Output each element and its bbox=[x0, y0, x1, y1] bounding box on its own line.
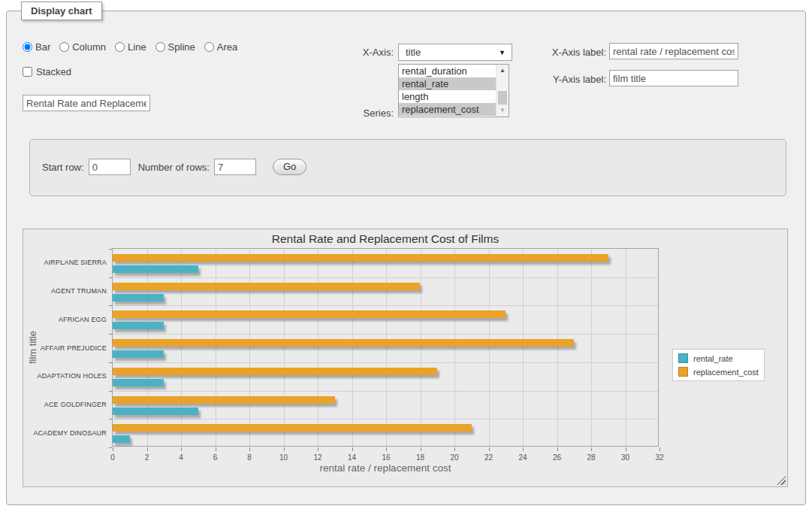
y-category-label: ACADEMY DINOSAUR bbox=[21, 429, 107, 437]
series-multiselect[interactable]: rental_durationrental_ratelengthreplacem… bbox=[398, 64, 509, 117]
chart-type-option-spline[interactable]: Spline bbox=[155, 41, 195, 53]
x-tick-mark bbox=[284, 447, 285, 451]
x-tick-label: 4 bbox=[168, 453, 195, 462]
x-tick-mark bbox=[454, 447, 455, 451]
y-category-label: ADAPTATION HOLES bbox=[21, 372, 107, 380]
gridline bbox=[523, 249, 524, 446]
gridline bbox=[147, 249, 148, 446]
chart-type-radio-bar[interactable] bbox=[23, 42, 32, 52]
go-button[interactable]: Go bbox=[273, 159, 306, 175]
x-tick-label: 18 bbox=[407, 453, 434, 462]
x-axis-select[interactable]: title ▼ bbox=[398, 44, 512, 61]
scroll-down-icon[interactable]: ▼ bbox=[497, 105, 509, 116]
y-axis-label-label: Y-Axis label: bbox=[531, 74, 606, 85]
gridline bbox=[318, 249, 318, 446]
stacked-label: Stacked bbox=[36, 66, 71, 77]
chart-type-label: Bar bbox=[35, 41, 50, 53]
gridline bbox=[249, 249, 250, 446]
x-tick-mark bbox=[147, 447, 148, 451]
scrollbar[interactable]: ▲ ▼ bbox=[496, 65, 509, 117]
start-row-label: Start row: bbox=[42, 162, 84, 173]
panel-title: Display chart bbox=[21, 2, 102, 20]
series-option-length[interactable]: length bbox=[399, 90, 496, 103]
gridline bbox=[113, 334, 658, 335]
stacked-option[interactable]: Stacked bbox=[23, 66, 71, 77]
chart-type-label: Area bbox=[217, 41, 237, 53]
chart-type-radio-spline[interactable] bbox=[155, 42, 165, 52]
y-axis-label-input[interactable] bbox=[609, 70, 738, 86]
legend-swatch bbox=[678, 353, 688, 363]
x-tick-label: 0 bbox=[99, 453, 126, 462]
y-tick-mark bbox=[109, 362, 112, 363]
resize-handle-icon[interactable] bbox=[777, 476, 786, 485]
y-category-label: AGENT TRUMAN bbox=[21, 287, 107, 295]
scroll-up-icon[interactable]: ▲ bbox=[497, 65, 509, 76]
gridline bbox=[386, 249, 387, 446]
y-tick-mark bbox=[109, 277, 112, 278]
x-tick-label: 30 bbox=[612, 453, 639, 462]
bar-rental_rate bbox=[113, 294, 164, 301]
x-axis-label-label: X-Axis label: bbox=[531, 47, 606, 58]
x-tick-label: 24 bbox=[509, 453, 536, 462]
number-of-rows-input[interactable] bbox=[214, 159, 256, 175]
x-tick-label: 28 bbox=[578, 453, 605, 462]
start-row-input[interactable] bbox=[89, 159, 131, 175]
x-axis-title: rental rate / replacement cost bbox=[112, 462, 659, 474]
chart-type-radio-line[interactable] bbox=[115, 42, 125, 52]
series-option-replacement_cost[interactable]: replacement_cost bbox=[399, 103, 496, 116]
chart-type-option-area[interactable]: Area bbox=[204, 41, 237, 53]
x-tick-mark bbox=[421, 447, 421, 451]
bar-rental_rate bbox=[113, 407, 198, 415]
gridline bbox=[591, 249, 592, 446]
chart-type-label: Line bbox=[128, 41, 146, 53]
y-category-label: ACE GOLDFINGER bbox=[21, 401, 107, 408]
bar-replacement_cost bbox=[113, 424, 472, 432]
chevron-down-icon: ▼ bbox=[499, 45, 506, 61]
x-tick-label: 22 bbox=[475, 453, 503, 462]
chart-type-option-line[interactable]: Line bbox=[115, 41, 146, 53]
y-axis-title: film title bbox=[27, 331, 38, 364]
legend-label: rental_rate bbox=[693, 354, 733, 363]
x-tick-label: 12 bbox=[304, 453, 331, 462]
bar-replacement_cost bbox=[113, 368, 437, 375]
chart-title-input[interactable] bbox=[23, 95, 150, 111]
scrollbar-thumb[interactable] bbox=[498, 91, 507, 105]
x-tick-label: 16 bbox=[373, 453, 400, 462]
stacked-checkbox[interactable] bbox=[23, 67, 32, 77]
legend-label: replacement_cost bbox=[693, 368, 759, 377]
gridline bbox=[113, 391, 658, 392]
display-chart-panel: Display chart BarColumnLineSplineArea St… bbox=[6, 11, 806, 505]
x-tick-mark bbox=[216, 447, 216, 451]
chart-container: Rental Rate and Replacement Cost of Film… bbox=[23, 229, 788, 487]
chart-type-option-bar[interactable]: Bar bbox=[23, 41, 50, 53]
x-tick-label: 32 bbox=[646, 453, 673, 462]
gridline bbox=[421, 249, 421, 446]
series-option-rental_duration[interactable]: rental_duration bbox=[399, 65, 496, 77]
series-options: rental_durationrental_ratelengthreplacem… bbox=[399, 65, 509, 116]
gridline bbox=[352, 249, 353, 446]
chart-type-radio-area[interactable] bbox=[204, 42, 214, 52]
bar-rental_rate bbox=[113, 322, 164, 329]
y-tick-mark bbox=[109, 334, 112, 335]
x-tick-label: 26 bbox=[544, 453, 571, 462]
y-tick-mark bbox=[109, 419, 112, 420]
gridline bbox=[113, 419, 658, 420]
chart-type-radio-column[interactable] bbox=[59, 42, 69, 52]
x-tick-mark bbox=[249, 447, 250, 451]
bar-replacement_cost bbox=[113, 254, 608, 262]
number-of-rows-label: Number of rows: bbox=[138, 162, 210, 173]
series-option-rental_rate[interactable]: rental_rate bbox=[399, 77, 496, 90]
gridline bbox=[626, 249, 626, 446]
x-tick-mark bbox=[181, 447, 182, 451]
chart-type-label: Spline bbox=[168, 41, 195, 53]
gridline bbox=[557, 249, 558, 446]
x-tick-mark bbox=[318, 447, 318, 451]
chart-title: Rental Rate and Replacement Cost of Film… bbox=[112, 232, 659, 246]
bar-replacement_cost bbox=[113, 283, 420, 290]
x-tick-label: 20 bbox=[441, 453, 468, 462]
x-tick-mark bbox=[557, 447, 558, 451]
y-tick-mark bbox=[109, 305, 112, 306]
x-axis-label-input[interactable] bbox=[609, 43, 738, 59]
legend-swatch bbox=[678, 367, 688, 377]
chart-type-option-column[interactable]: Column bbox=[59, 41, 106, 53]
